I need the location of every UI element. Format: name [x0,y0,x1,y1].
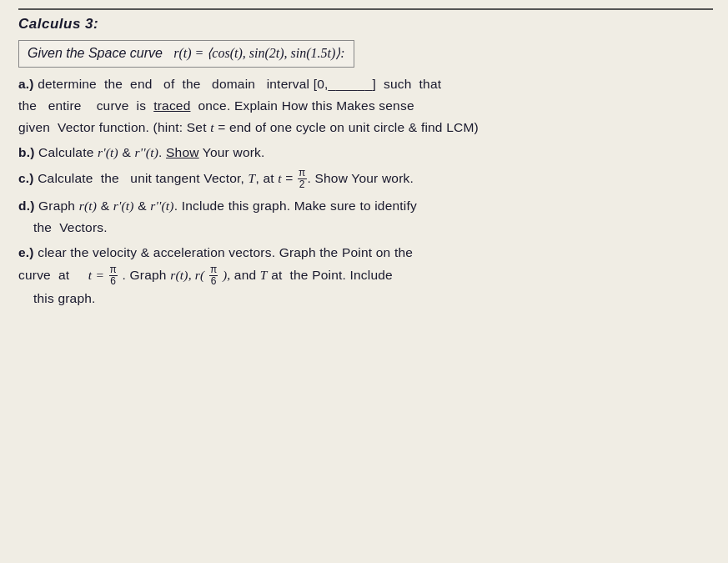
pi-over-6-fraction: π 6 [109,264,118,287]
part-a-line3: given Vector function. (hint: Set t = en… [18,118,713,138]
given-statement: Given the Space curve r(t) = ⟨cos(t), si… [18,40,354,68]
part-a-line1: a.) determine the end of the domain inte… [18,74,713,94]
part-e-line2: curve at t = π 6 . Graph r(t), r( π 6 ),… [18,264,713,287]
part-b-line1: b.) Calculate r'(t) & r''(t). Show Your … [18,143,713,163]
part-e: e.) clear the velocity & acceleration ve… [18,243,713,309]
part-e-text2c: ), [223,267,230,281]
part-e-text1: clear the velocity & acceleration vector… [38,245,413,259]
part-a-text1: determine the end of the domain interval… [38,77,441,91]
part-e-text2d: and T at the Point. Include [234,267,393,281]
pi-over-6-fraction-2: π 6 [209,264,218,287]
part-d-label: d.) [18,199,35,213]
part-a-label: a.) [18,77,34,91]
part-d-line1: d.) Graph r(t) & r'(t) & r''(t). Include… [18,196,713,216]
part-d-text1: Graph r(t) & r'(t) & r''(t). Include thi… [38,199,417,213]
part-a: a.) determine the end of the domain inte… [18,74,713,138]
part-d-line2: the Vectors. [18,218,713,238]
given-text: Given the Space curve r(t) = ⟨cos(t), si… [28,46,345,60]
part-e-label: e.) [18,245,34,259]
part-b-label: b.) [18,145,35,159]
given-label: Given the Space curve [28,46,163,60]
given-equation: r(t) = ⟨cos(t), sin(2t), sin(1.5t)⟩: [173,46,344,60]
part-c: c.) Calculate the unit tangent Vector, T… [18,168,713,190]
part-c-line1: c.) Calculate the unit tangent Vector, T… [18,168,713,190]
part-e-line1: e.) clear the velocity & acceleration ve… [18,243,713,263]
page: Calculus 3: Given the Space curve r(t) =… [0,0,728,563]
part-a-text2: the entire curve is traced once. Explain… [18,98,414,113]
part-e-t-equals: t = [88,267,104,281]
pi-over-2-fraction: π 2 [298,168,306,190]
part-a-line2: the entire curve is traced once. Explain… [18,96,713,116]
part-a-text3: given Vector function. (hint: Set t = en… [18,120,479,134]
part-c-text: Calculate the unit tangent Vector, T, at… [38,171,414,185]
part-e-text2b: . Graph r(t), r( [123,267,205,281]
part-e-text2a: curve at [18,267,84,281]
calculus-title: Calculus 3: [18,16,98,32]
part-e-text3: this graph. [33,291,96,305]
part-d: d.) Graph r(t) & r'(t) & r''(t). Include… [18,196,713,238]
part-b: b.) Calculate r'(t) & r''(t). Show Your … [18,143,713,163]
part-b-text: Calculate r'(t) & r''(t). Show Your work… [38,145,264,159]
part-e-line3: this graph. [18,289,713,309]
part-d-text2: the Vectors. [33,220,108,234]
part-c-label: c.) [18,171,34,185]
page-title: Calculus 3: [18,8,713,35]
